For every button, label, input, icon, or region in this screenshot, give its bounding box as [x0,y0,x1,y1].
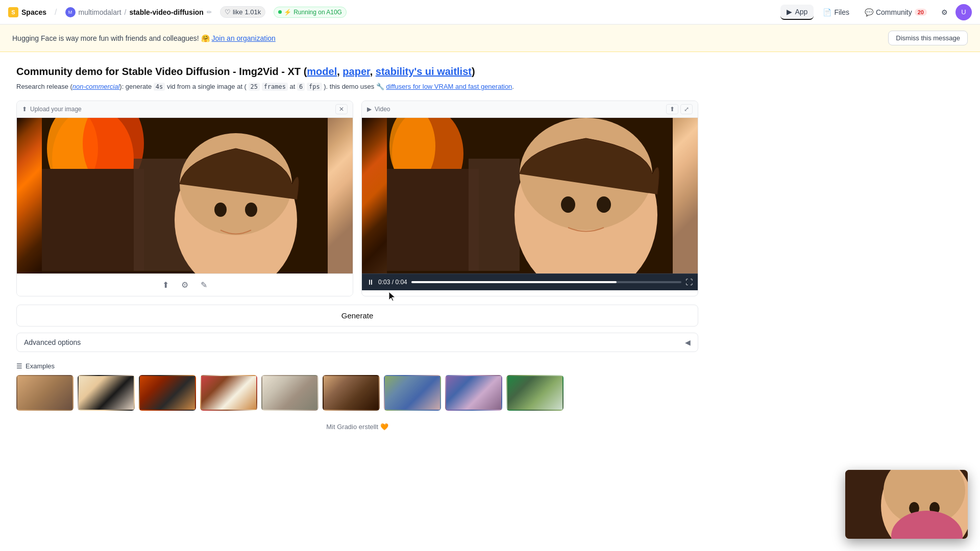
footer-text: Mit Gradio erstellt 🧡 [326,423,388,431]
time-total-value: 0:04 [395,279,407,286]
banner-message: Hugging Face is way more fun with friend… [12,34,210,42]
svg-rect-13 [387,169,479,271]
example-thumb-5[interactable] [261,375,318,411]
title-comma1: , [337,66,342,77]
video-controls-bar: ⏸ 0:03 / 0:04 ⛶ [362,273,698,290]
svg-point-8 [214,203,227,217]
files-icon: 📄 [823,8,831,16]
advanced-options-label: Advanced options [24,338,81,346]
example-thumb-2[interactable] [78,375,135,411]
app-tab-label: App [795,8,807,16]
settings-button[interactable]: ⚙ [936,4,952,20]
spaces-home-link[interactable]: S Spaces [8,7,46,17]
tab-app[interactable]: ▶ App [780,5,814,20]
video-display [362,118,698,273]
svg-rect-14 [469,159,520,271]
examples-list-icon: ☰ [16,362,22,370]
svg-rect-4 [42,169,144,271]
video-panel-header: ▶ Video ⬆ ⤢ [362,101,698,118]
spaces-icon: S [8,7,18,17]
example-thumb-7[interactable] [384,375,441,411]
video-progress-bar[interactable] [411,281,681,283]
announcement-banner: Hugging Face is way more fun with friend… [0,24,980,52]
running-badge: ⚡ Running on A10G [274,7,347,18]
video-header-right: ⬆ ⤢ [666,104,693,114]
diffusers-link[interactable]: diffusers for low VRAM and fast generati… [386,83,512,90]
heart-icon: ♡ [225,8,231,16]
advanced-options-toggle[interactable]: Advanced options ◀ [16,333,698,352]
video-fullscreen-button[interactable]: ⤢ [680,104,693,114]
example-thumb-6[interactable] [323,375,380,411]
non-commercial-link[interactable]: non-commercial [72,83,119,90]
svg-point-18 [597,196,611,213]
dismiss-button[interactable]: Dismiss this message [888,31,968,45]
share-tool-button[interactable]: ⬆ [160,278,171,292]
title-model-link[interactable]: model [307,66,337,77]
files-tab-label: Files [834,8,849,16]
like-count: 1.01k [244,8,261,16]
title-suffix: ) [472,66,475,77]
examples-grid [16,375,698,411]
repo-info: M multimodalart / stable-video-diffusion… [65,7,212,17]
edit-icon[interactable]: ✏ [207,9,212,16]
tab-files[interactable]: 📄 Files [817,5,855,19]
banner-text: Hugging Face is way more fun with friend… [12,34,884,42]
nav-separator: / [55,8,57,17]
community-tab-label: Community [876,8,912,16]
community-count-badge: 20 [915,9,927,16]
tab-community[interactable]: 💬 Community 20 [859,5,933,19]
image-upload-panel: ⬆ Upload your image ✕ [16,101,353,296]
running-indicator [278,10,282,14]
main-content: Community demo for Stable Video Diffusio… [0,52,715,455]
video-header-left: ▶ Video [367,106,390,113]
generate-button[interactable]: Generate [16,305,698,327]
video-svg [362,118,698,273]
example-thumb-8[interactable] [445,375,502,411]
image-panel-header: ⬆ Upload your image ✕ [17,101,353,118]
panel-header-left: ⬆ Upload your image [22,106,82,113]
image-display [17,118,353,273]
examples-section: ☰ Examples [16,362,698,411]
video-fullscreen-btn[interactable]: ⛶ [685,278,693,286]
pause-button[interactable]: ⏸ [367,278,374,286]
join-org-link[interactable]: Join an organization [212,34,276,42]
example-thumb-4[interactable] [200,375,257,411]
settings-tool-button[interactable]: ⚙ [179,278,190,292]
repo-name-label: stable-video-diffusion [129,8,203,16]
nav-right-group: ▶ App 📄 Files 💬 Community 20 ⚙ U [780,4,972,20]
top-navigation: S Spaces / M multimodalart / stable-vide… [0,0,980,24]
user-avatar[interactable]: U [955,4,972,20]
panel-header-right: ✕ [335,104,348,114]
running-label: Running on A10G [293,9,342,16]
repo-owner-avatar: M [65,7,76,17]
example-thumb-9[interactable] [506,375,564,411]
upload-icon: ⬆ [22,106,27,113]
svg-point-9 [245,203,257,217]
examples-header: ☰ Examples [16,362,698,370]
like-label: like [233,8,243,16]
examples-label: Examples [26,362,55,370]
like-button[interactable]: ♡ like 1.01k [220,6,265,18]
subtitle-text: Research release (non-commercial): gener… [16,83,698,90]
image-tools: ⬆ ⚙ ✎ [17,273,353,296]
running-icon: ⚡ [284,9,291,16]
video-icon: ▶ [367,106,372,113]
title-paper-link[interactable]: paper [342,66,370,77]
image-svg [17,118,353,273]
example-thumb-3[interactable] [139,375,196,411]
video-output-panel: ▶ Video ⬆ ⤢ [361,101,698,296]
video-share-button[interactable]: ⬆ [666,104,678,114]
svg-point-17 [561,196,575,213]
upload-label: Upload your image [30,106,82,113]
community-icon: 💬 [865,8,873,16]
image-close-button[interactable]: ✕ [335,104,348,114]
example-thumb-1[interactable] [16,375,74,411]
title-prefix: Community demo for Stable Video Diffusio… [16,66,307,77]
video-label: Video [375,106,390,113]
demo-panels-row: ⬆ Upload your image ✕ [16,101,698,296]
title-comma2: , [370,66,376,77]
current-time: 0:03 / 0:04 [378,279,407,286]
time-current-value: 0:03 [378,279,390,286]
title-waitlist-link[interactable]: stability's ui waitlist [376,66,472,77]
edit-tool-button[interactable]: ✎ [199,278,209,292]
